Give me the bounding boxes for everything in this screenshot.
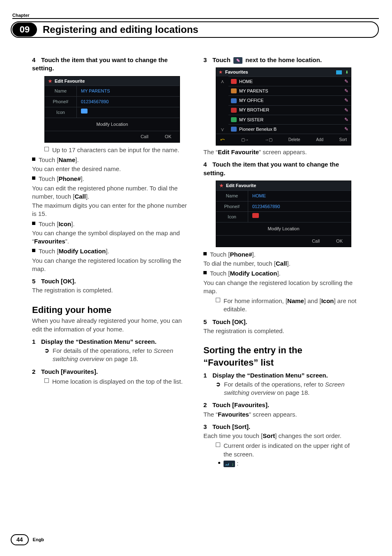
t: Name — [287, 297, 304, 304]
square-icon — [32, 222, 35, 225]
ss1-name-value: MY PARENTS — [77, 86, 180, 96]
scroll-up-icon: ⋏ — [219, 78, 225, 84]
fav-row-name: MY SISTER — [239, 117, 263, 123]
t: Touch [ — [39, 156, 58, 163]
bullet-modify: Touch [Modify Location]. — [32, 246, 187, 255]
star-icon: ★ — [219, 69, 223, 75]
right-column: 3Touch ✎ next to the home location. ★Fav… — [203, 53, 358, 527]
wrench-icon: ✎ — [344, 88, 348, 94]
step-3-sort: 3Touch [Sort]. — [203, 423, 358, 431]
ss1-name-label: Name — [45, 86, 77, 96]
chapter-pill: 09 Registering and editing locations — [11, 21, 379, 38]
distance-icon — [336, 70, 342, 74]
fav-row-icon — [231, 117, 237, 122]
fav-scroll: ⋏⋎ — [216, 76, 228, 134]
ss2-icon-value — [248, 212, 351, 222]
square-icon — [32, 176, 35, 180]
step-4-r: 4Touch the item that you want to change … — [203, 160, 358, 177]
footer: 44 Engb — [11, 534, 44, 545]
dest-icon: →▢ — [265, 137, 272, 143]
note-icon — [44, 378, 49, 383]
ref-note-2: ➲For details of the operations, refer to… — [216, 380, 358, 397]
t: For home information, [ — [224, 297, 287, 304]
heading-sorting: Sorting the entry in the “Favourites” li… — [203, 344, 358, 368]
t: ]. — [81, 175, 84, 182]
ss1-icon-label: Icon — [45, 107, 77, 118]
t: For details of the operations, refer to — [53, 347, 154, 354]
step-5: 5Touch [OK]. — [32, 277, 187, 285]
t: next to the home location. — [244, 56, 322, 63]
t: Touch [ — [210, 251, 230, 258]
note-17chars: Up to 17 characters can be input for the… — [44, 145, 187, 154]
t: ] changes the sort order. — [275, 432, 341, 439]
ss2-phone-label: Phone# — [216, 202, 248, 212]
note-icon — [216, 298, 220, 302]
step-5-text: Touch [OK]. — [41, 278, 76, 285]
t: Touch [ — [39, 175, 58, 182]
square-icon — [32, 249, 35, 252]
t: Icon — [321, 297, 334, 304]
edit-favourite-screenshot-1: ★Edit Favourite NameMY PARENTS Phone#012… — [44, 76, 180, 143]
note-17-text: Up to 17 characters can be input for the… — [52, 146, 179, 154]
fav-row-icon — [231, 98, 237, 103]
fav-row: MY SISTER✎ — [228, 115, 351, 124]
edit-fav-appears: The “Edit Favourite” screen appears. — [203, 148, 358, 156]
t: Each time you touch [ — [203, 432, 263, 439]
t: ]. — [106, 248, 109, 255]
ss1-icon-value — [77, 107, 180, 118]
t: Phone# — [58, 175, 81, 182]
fav-row-icon — [231, 108, 237, 113]
t: Favourites — [34, 238, 65, 245]
t: Sort — [263, 432, 275, 439]
fav-delete: Delete — [288, 137, 300, 143]
ref-note-1: ➲For details of the operations, refer to… — [44, 346, 187, 364]
t: ]. — [287, 260, 290, 267]
t: ]. — [277, 270, 280, 277]
bullet-modify-r: Touch [Modify Location]. — [203, 269, 358, 278]
ss2-name-value: HOME — [248, 191, 351, 201]
time-icon: ⬇ — [345, 70, 348, 75]
t: To dial the number, touch [ — [203, 260, 276, 267]
t: Touch [ — [39, 220, 58, 227]
icon-desc: You can change the symbol displayed on t… — [32, 229, 187, 246]
t: on page 18. — [104, 355, 138, 362]
lang-code: Engb — [33, 537, 44, 543]
t: Touch [Favourites]. — [41, 368, 98, 375]
ss2-modify: Modify Location — [216, 222, 351, 235]
wrench-icon: ✎ — [344, 116, 348, 123]
t: Name — [58, 156, 75, 163]
fav-add: Add — [316, 137, 323, 143]
name-desc: You can enter the desired name. — [32, 165, 187, 173]
favourites-screenshot: ★Favourites⬇ ⋏⋎ HOME✎MY PARENTS✎MY OFFIC… — [216, 67, 351, 146]
t: Touch [OK]. — [212, 318, 247, 325]
t: Modify Location — [230, 270, 277, 277]
phone-desc1: You can edit the registered phone number… — [32, 184, 187, 201]
sort-chip-line: : — [218, 459, 358, 468]
rule — [12, 18, 379, 19]
t: on page 18. — [275, 389, 309, 396]
ss1-title: Edit Favourite — [55, 78, 85, 84]
t: For details of the operations, refer to — [224, 381, 325, 388]
t: Display the “Destination Menu” screen. — [212, 372, 328, 379]
ss1-phone-label: Phone# — [45, 97, 77, 107]
note-icon — [216, 442, 220, 447]
bullet-icon: Touch [Icon]. — [32, 219, 187, 228]
t: Icon — [58, 220, 71, 227]
ss2-phone-value: 01234567890 — [248, 202, 351, 212]
t: Touch the item that you want to change t… — [203, 161, 339, 176]
chapter-title: Registering and editing locations — [43, 23, 198, 36]
t: Call — [276, 260, 287, 267]
star-icon: ★ — [219, 183, 224, 189]
star-icon: ★ — [48, 78, 52, 84]
step-2-fav: 2Touch [Favourites]. — [32, 368, 187, 376]
bullet-phone: Touch [Phone#]. — [32, 174, 187, 183]
step-1-dest: 1Display the “Destination Menu” screen. — [32, 338, 187, 346]
phone-desc2: The maximum digits you can enter for the… — [32, 202, 187, 218]
t: Touch [Sort]. — [212, 423, 250, 430]
t: Phone# — [230, 251, 252, 258]
wrench-icon: ✎ — [344, 97, 348, 104]
t: Favourites — [218, 411, 249, 418]
wrench-icon: ✎ — [344, 107, 348, 114]
t: ] and [ — [304, 297, 321, 304]
fav-title: Favourites — [225, 69, 334, 75]
